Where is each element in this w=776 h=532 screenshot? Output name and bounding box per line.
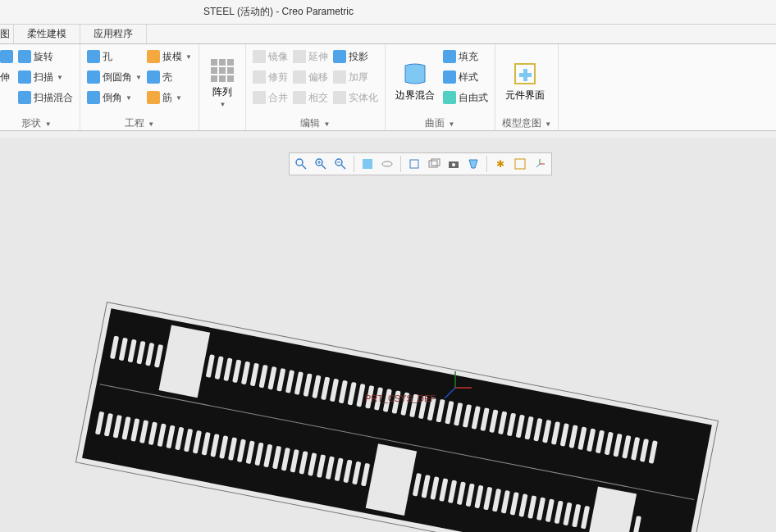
chevron-down-icon: ▼ [135, 74, 142, 81]
component-interface-button[interactable]: 元件界面 [502, 48, 548, 115]
separator [400, 156, 401, 172]
merge-icon [253, 91, 266, 104]
perspective-button[interactable] [465, 156, 482, 172]
round-button[interactable]: 倒圆角 ▼ [87, 68, 142, 86]
svg-rect-21 [410, 160, 418, 168]
shell-icon [147, 70, 160, 84]
solidify-button: 实体化 [333, 89, 378, 107]
boundary-blend-button[interactable]: 边界混合 [392, 48, 438, 115]
datum-display-button[interactable]: ✱ [492, 156, 509, 172]
tab-applications[interactable]: 应用程序 [80, 25, 147, 43]
svg-point-10 [296, 159, 303, 166]
group-edit-label: 编辑 ▼ [253, 115, 378, 130]
zoom-fit-button[interactable] [293, 156, 309, 172]
fill-icon [443, 50, 456, 63]
view-toolbar: ✱ [289, 152, 552, 175]
camera-button[interactable] [445, 156, 462, 172]
csys-display-button[interactable] [532, 156, 548, 172]
group-shape: 伸 旋转 扫描 ▼ 扫描混合 形状 ▼ [0, 44, 80, 130]
revolve-button[interactable]: 旋转 [18, 48, 73, 66]
freeform-icon [443, 91, 456, 104]
svg-rect-7 [219, 75, 226, 82]
pattern-button[interactable]: 阵列 ▼ [206, 48, 239, 117]
svg-rect-4 [219, 67, 226, 74]
saved-views-button[interactable] [426, 156, 442, 172]
separator [486, 156, 487, 172]
group-model-intent-label: 模型意图 ▼ [502, 115, 551, 130]
mirror-button: 镜像 [253, 48, 288, 66]
sweep-blend-icon [18, 91, 31, 104]
svg-rect-6 [211, 75, 217, 82]
sweep-icon [18, 70, 31, 84]
extrude-icon [0, 50, 13, 63]
ribbon-tabbar: 图 柔性建模 应用程序 [0, 25, 776, 44]
svg-rect-19 [363, 159, 372, 169]
model-geometry[interactable] [75, 302, 719, 532]
annotations-button[interactable] [512, 156, 528, 172]
viewport[interactable]: ✱ PRT_CSYS_DEF [0, 138, 776, 532]
separator [354, 156, 354, 172]
thicken-icon [333, 70, 346, 84]
project-button[interactable]: 投影 [333, 48, 378, 66]
draft-icon [147, 50, 160, 63]
style-icon [443, 70, 456, 84]
sweep-blend-button[interactable]: 扫描混合 [18, 89, 73, 107]
rib-icon [147, 91, 160, 104]
group-engineering-label: 工程 ▼ [87, 115, 192, 130]
annotations-icon [514, 157, 527, 171]
project-icon [333, 50, 346, 63]
title-bar: STEEL (活动的) - Creo Parametric [0, 0, 776, 25]
views-icon [427, 157, 440, 171]
zoom-in-button[interactable] [313, 156, 329, 172]
svg-rect-2 [227, 59, 234, 66]
tab-partial[interactable]: 图 [0, 25, 14, 43]
zoom-in-icon [314, 157, 327, 171]
style-button[interactable]: 样式 [443, 68, 488, 86]
extrude-button-partial2[interactable]: 伸 [0, 68, 13, 86]
zoom-out-button[interactable] [332, 156, 349, 172]
group-engineering: 孔 倒圆角 ▼ 倒角 ▼ 拔模 ▼ [80, 44, 199, 130]
chevron-down-icon: ▼ [126, 94, 132, 102]
chamfer-button[interactable]: 倒角 ▼ [87, 89, 142, 107]
ribbon: 伸 旋转 扫描 ▼ 扫描混合 形状 ▼ [0, 44, 776, 131]
extend-icon [293, 50, 306, 63]
svg-rect-8 [227, 75, 234, 82]
trim-icon [253, 70, 266, 84]
round-icon [87, 70, 100, 84]
svg-rect-26 [515, 159, 525, 169]
svg-line-11 [302, 165, 306, 169]
rib-button[interactable]: 筋 ▼ [147, 89, 192, 107]
hole-button[interactable]: 孔 [87, 48, 142, 66]
freeform-button[interactable]: 自由式 [443, 89, 488, 107]
group-surface: 边界混合 填充 样式 自由式 曲面 ▼ [386, 44, 495, 130]
draft-button[interactable]: 拔模 ▼ [147, 48, 192, 66]
trim-button: 修剪 [253, 68, 288, 86]
group-pattern-label [206, 117, 239, 130]
svg-line-17 [341, 165, 345, 169]
svg-rect-3 [211, 67, 217, 74]
fill-button[interactable]: 填充 [443, 48, 488, 66]
group-model-intent: 元件界面 模型意图 ▼ [495, 44, 559, 130]
mirror-icon [253, 50, 266, 63]
repaint-button[interactable] [359, 156, 376, 172]
group-shape-label: 形状 ▼ [0, 115, 73, 130]
spin-button[interactable] [379, 156, 395, 172]
repaint-icon [361, 157, 374, 171]
group-edit: 镜像 修剪 合并 延伸 偏移 相交 投影 加厚 实体化 编辑 ▼ [246, 44, 386, 130]
chevron-down-icon: ▼ [57, 74, 63, 81]
group-surface-label: 曲面 ▼ [392, 115, 488, 130]
chevron-down-icon: ▼ [219, 101, 226, 108]
sweep-button[interactable]: 扫描 ▼ [18, 68, 73, 86]
display-style-button[interactable] [406, 156, 422, 172]
tab-flexible-modeling[interactable]: 柔性建模 [14, 25, 80, 43]
perspective-icon [467, 157, 480, 171]
shell-button[interactable]: 壳 [147, 68, 192, 86]
extrude-button-partial[interactable] [0, 48, 13, 66]
svg-rect-0 [211, 59, 217, 66]
intersect-button: 相交 [293, 89, 328, 107]
chevron-down-icon: ▼ [176, 94, 182, 102]
group-pattern: 阵列 ▼ [199, 44, 246, 130]
csys-icon [533, 157, 546, 171]
intersect-icon [293, 91, 306, 104]
cube-icon [408, 157, 421, 171]
